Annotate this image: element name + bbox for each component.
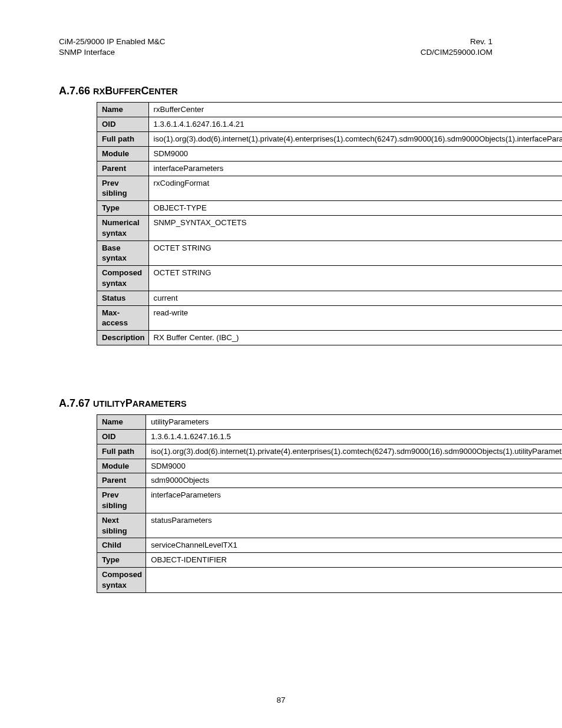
property-key: Type: [97, 553, 146, 568]
table-row: Prev siblingrxCodingFormat: [97, 176, 563, 201]
property-value: RX Buffer Center. (IBC_): [148, 331, 562, 345]
property-value: iso(1).org(3).dod(6).internet(1).private…: [148, 132, 562, 147]
property-value: rxCodingFormat: [148, 176, 562, 201]
section-heading-1: A.7.66 RXBUFFERCENTER: [59, 85, 492, 97]
section-word2a: P: [125, 397, 133, 409]
property-value: SDM9000: [146, 459, 562, 473]
table-row: Base syntaxOCTET STRING: [97, 241, 563, 266]
property-key: Numerical syntax: [97, 215, 149, 241]
table-row: Max-accessread-write: [97, 305, 563, 331]
table-row: ChildserviceChannelLevelTX1: [97, 538, 563, 553]
property-key: OID: [97, 117, 149, 132]
table-row: ModuleSDM9000: [97, 459, 563, 473]
property-key: Prev sibling: [97, 176, 149, 201]
table-row: Composed syntaxOCTET STRING: [97, 266, 563, 291]
property-value: 1.3.6.1.4.1.6247.16.1.4.21: [148, 117, 562, 132]
section-number: A.7.67: [59, 397, 90, 409]
property-key: Next sibling: [97, 513, 146, 538]
section-word1: RX: [93, 87, 105, 96]
property-key: Module: [97, 146, 149, 161]
table-row: Full pathiso(1).org(3).dod(6).internet(1…: [97, 132, 563, 147]
section-number: A.7.66: [59, 85, 90, 97]
section-word3a: C: [141, 85, 149, 97]
property-value: current: [148, 291, 562, 305]
property-value: OCTET STRING: [148, 266, 562, 291]
page-number: 87: [0, 696, 562, 704]
property-key: Max-access: [97, 305, 149, 331]
property-key: Parent: [97, 473, 146, 488]
table-row: ModuleSDM9000: [97, 146, 563, 161]
header-right: Rev. 1 CD/CIM259000.IOM: [421, 37, 492, 58]
section-word2a: B: [105, 85, 113, 97]
header-left-line2: SNMP Interface: [59, 47, 166, 58]
property-key: Description: [97, 331, 149, 345]
mib-table-1: NamerxBufferCenterOID1.3.6.1.4.1.6247.16…: [97, 102, 562, 345]
property-key: Name: [97, 103, 149, 117]
table-row: OID1.3.6.1.4.1.6247.16.1.5: [97, 429, 563, 444]
property-key: Composed syntax: [97, 266, 149, 291]
property-key: Module: [97, 459, 146, 473]
property-value: utilityParameters: [146, 415, 562, 430]
section-word2b: ARAMETERS: [133, 399, 187, 409]
page-header: CiM-25/9000 IP Enabled M&C SNMP Interfac…: [59, 37, 492, 58]
header-left: CiM-25/9000 IP Enabled M&C SNMP Interfac…: [59, 37, 166, 58]
table-row: Numerical syntaxSNMP_SYNTAX_OCTETS: [97, 215, 563, 241]
property-key: Composed syntax: [97, 568, 146, 593]
section-heading-2: A.7.67 UTILITYPARAMETERS: [59, 397, 492, 410]
property-value: OBJECT-IDENTIFIER: [146, 553, 562, 568]
property-key: Status: [97, 291, 149, 305]
property-key: Parent: [97, 161, 149, 176]
table-row: NameutilityParameters: [97, 415, 563, 430]
property-value: 1.3.6.1.4.1.6247.16.1.5: [146, 429, 562, 444]
property-value: sdm9000Objects: [146, 473, 562, 488]
table-row: OID1.3.6.1.4.1.6247.16.1.4.21: [97, 117, 563, 132]
table-row: Next siblingstatusParameters: [97, 513, 563, 538]
header-left-line1: CiM-25/9000 IP Enabled M&C: [59, 37, 166, 47]
property-value: serviceChannelLevelTX1: [146, 538, 562, 553]
section-word1: UTILITY: [93, 399, 125, 409]
section-word2b: UFFER: [113, 87, 141, 96]
table-row: Parentsdm9000Objects: [97, 473, 563, 488]
property-key: Full path: [97, 132, 149, 147]
property-value: OCTET STRING: [148, 241, 562, 266]
property-value: interfaceParameters: [148, 161, 562, 176]
table-row: NamerxBufferCenter: [97, 103, 563, 117]
property-value: OBJECT-TYPE: [148, 201, 562, 216]
property-value: rxBufferCenter: [148, 103, 562, 117]
property-key: Child: [97, 538, 146, 553]
property-value: interfaceParameters: [146, 488, 562, 513]
property-value: iso(1).org(3).dod(6).internet(1).private…: [146, 444, 562, 459]
property-value: read-write: [148, 305, 562, 331]
header-right-line1: Rev. 1: [421, 37, 492, 47]
table-row: Prev siblinginterfaceParameters: [97, 488, 563, 513]
table-row: Full pathiso(1).org(3).dod(6).internet(1…: [97, 444, 563, 459]
header-right-line2: CD/CIM259000.IOM: [421, 47, 492, 58]
property-value: SDM9000: [148, 146, 562, 161]
table-row: Composed syntax: [97, 568, 563, 593]
property-key: Prev sibling: [97, 488, 146, 513]
property-value: statusParameters: [146, 513, 562, 538]
property-key: OID: [97, 429, 146, 444]
property-key: Name: [97, 415, 146, 430]
mib-table-2: NameutilityParametersOID1.3.6.1.4.1.6247…: [97, 414, 562, 593]
property-key: Type: [97, 201, 149, 216]
table-row: Statuscurrent: [97, 291, 563, 305]
table-row: TypeOBJECT-TYPE: [97, 201, 563, 216]
property-key: Base syntax: [97, 241, 149, 266]
table-row: DescriptionRX Buffer Center. (IBC_): [97, 331, 563, 345]
table-row: TypeOBJECT-IDENTIFIER: [97, 553, 563, 568]
property-key: Full path: [97, 444, 146, 459]
property-value: [146, 568, 562, 593]
page: CiM-25/9000 IP Enabled M&C SNMP Interfac…: [0, 0, 562, 728]
section-word3b: ENTER: [149, 87, 178, 96]
table-row: ParentinterfaceParameters: [97, 161, 563, 176]
property-value: SNMP_SYNTAX_OCTETS: [148, 215, 562, 241]
